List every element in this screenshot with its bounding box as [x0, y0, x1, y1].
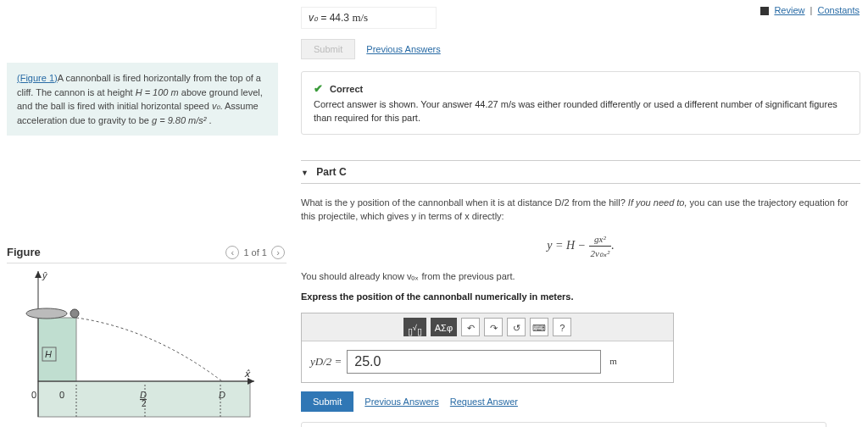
reset-button[interactable]: ↺: [507, 318, 526, 336]
trajectory-equation: y = H − gx²2v₀ₓ².: [301, 232, 860, 261]
previous-answer-display: v₀ = 44.3 m/s: [301, 7, 437, 29]
request-answer-link[interactable]: Request Answer: [450, 396, 518, 407]
answer-lhs: yD/2 =: [310, 353, 342, 370]
redo-button[interactable]: ↷: [484, 318, 503, 336]
submit-button[interactable]: Submit: [301, 391, 353, 412]
problem-text-d: .: [207, 115, 212, 125]
svg-point-18: [26, 308, 67, 319]
greek-button[interactable]: ΑΣφ: [431, 318, 457, 336]
answer-toolbar: ▯√▯ ΑΣφ ↶ ↷ ↺ ⌨ ?: [302, 313, 673, 341]
correct-body: Correct answer is shown. Your answer 44.…: [314, 99, 837, 124]
submit-button-disabled: Submit: [301, 39, 355, 59]
help-button[interactable]: ?: [553, 318, 571, 336]
figure-prev-button[interactable]: ‹: [225, 246, 239, 259]
partc-post-equation: You should already know v₀ₓ from the pre…: [301, 269, 860, 284]
partc-instruction: Express the position of the cannonball n…: [301, 290, 860, 304]
figure-pager: 1 of 1: [243, 247, 267, 258]
figure-title: Figure: [7, 246, 41, 258]
part-c-header[interactable]: ▼ Part C: [301, 160, 860, 184]
partc-hint-lead: If you need to,: [628, 197, 687, 208]
problem-statement: (Figure 1)A cannonball is fired horizont…: [7, 63, 278, 136]
svg-marker-6: [248, 378, 254, 385]
check-icon: ✔: [314, 82, 323, 95]
feedback-correct: ✔ Correct Correct answer is shown. Your …: [301, 71, 860, 135]
answer-unit: m: [609, 354, 617, 369]
svg-point-19: [70, 309, 79, 318]
answer-box: ▯√▯ ΑΣφ ↶ ↷ ↺ ⌨ ? yD/2 = m: [301, 313, 674, 383]
undo-button[interactable]: ↶: [461, 318, 480, 336]
figure-link[interactable]: (Figure 1): [17, 73, 58, 83]
partc-question-1: What is the y position of the cannonball…: [301, 197, 628, 208]
keyboard-button[interactable]: ⌨: [530, 318, 548, 336]
figure-divider: [7, 263, 287, 263]
previous-answers-link[interactable]: Previous Answers: [366, 44, 440, 54]
svg-text:D: D: [219, 390, 225, 400]
answer-input[interactable]: [347, 350, 601, 374]
svg-text:0: 0: [31, 390, 36, 400]
prev-answer-value: 44.3: [330, 12, 349, 24]
svg-text:x̂: x̂: [244, 369, 251, 379]
svg-text:2: 2: [142, 399, 147, 408]
svg-marker-3: [35, 271, 42, 278]
svg-text:ŷ: ŷ: [42, 271, 48, 280]
feedback-incorrect: ✖ Incorrect; Try Again; 3 attempts remai…: [301, 422, 826, 428]
figure-svg: ŷ x̂ 0 0 D 2 D H: [25, 271, 263, 427]
template-button[interactable]: ▯√▯: [403, 318, 426, 336]
collapse-icon: ▼: [301, 169, 309, 177]
figure-next-button[interactable]: ›: [271, 246, 285, 259]
problem-H: H = 100 m: [136, 87, 179, 97]
prev-answer-lhs: v₀ =: [309, 12, 326, 24]
problem-g: g = 9.80 m/s²: [152, 115, 207, 125]
correct-title: Correct: [330, 84, 363, 94]
svg-rect-1: [38, 318, 76, 381]
svg-text:H: H: [45, 349, 52, 359]
problem-v0: v₀: [212, 101, 220, 111]
figure-header: Figure ‹ 1 of 1 ›: [7, 246, 287, 259]
previous-answers-link-c[interactable]: Previous Answers: [364, 396, 438, 407]
prev-answer-unit: m/s: [352, 11, 368, 24]
part-c-label: Part C: [316, 166, 346, 178]
svg-text:0: 0: [59, 390, 64, 400]
